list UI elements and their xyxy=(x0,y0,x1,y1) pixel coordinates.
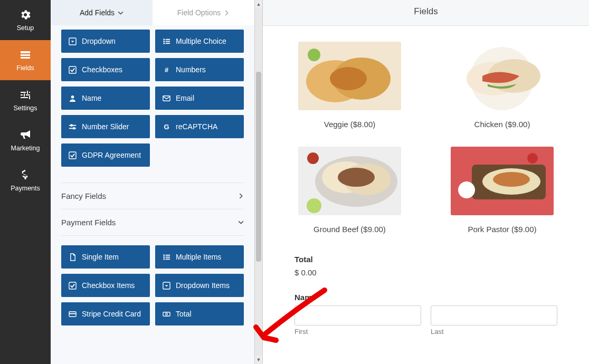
field-label: Email xyxy=(176,94,194,102)
svg-point-11 xyxy=(70,124,73,127)
chevron-down-icon xyxy=(118,10,124,16)
svg-point-26 xyxy=(166,313,168,315)
field-recaptcha[interactable]: GreCAPTCHA xyxy=(155,115,244,138)
field-label: Number Slider xyxy=(82,122,129,131)
section-label: Fancy Fields xyxy=(61,191,106,200)
food-item-pork-pastor[interactable]: Pork Pastor ($9.00) xyxy=(447,147,557,234)
field-label: Dropdown xyxy=(82,37,116,45)
caret-down-icon xyxy=(163,282,170,290)
list-icon xyxy=(163,37,170,45)
nav-label: Payments xyxy=(11,185,40,192)
mail-icon xyxy=(163,94,170,102)
food-label: Veggie ($8.00) xyxy=(324,120,376,129)
field-total[interactable]: Total xyxy=(155,302,244,325)
svg-point-48 xyxy=(458,181,475,198)
check-icon xyxy=(69,282,77,290)
field-stripe-card[interactable]: Stripe Credit Card xyxy=(61,302,150,325)
total-value: $ 0.00 xyxy=(294,268,557,277)
section-payment-fields[interactable]: Payment Fields xyxy=(61,209,244,236)
field-label: Multiple Items xyxy=(176,253,221,261)
field-numbers[interactable]: #Numbers xyxy=(155,58,244,81)
scroll-down-button[interactable]: ▼ xyxy=(255,356,262,364)
tab-label: Field Options xyxy=(177,8,221,17)
svg-point-8 xyxy=(71,95,74,98)
scroll-up-button[interactable]: ▲ xyxy=(255,0,262,8)
doc-icon xyxy=(69,253,77,261)
first-name-input[interactable] xyxy=(294,305,421,325)
svg-point-1 xyxy=(163,39,165,40)
field-checkbox-items[interactable]: Checkbox Items xyxy=(61,274,150,297)
svg-rect-14 xyxy=(69,151,76,158)
chevron-right-icon xyxy=(238,193,244,199)
scroll-thumb[interactable] xyxy=(256,72,261,262)
field-gdpr[interactable]: GDPR Agreement xyxy=(61,143,150,167)
list-icon xyxy=(163,253,170,261)
preview-title: Fields xyxy=(263,0,589,26)
field-label: Total xyxy=(176,310,192,318)
food-label: Ground Beef ($9.00) xyxy=(314,225,386,234)
svg-rect-7 xyxy=(69,66,76,73)
user-icon xyxy=(69,94,77,102)
section-fancy-fields[interactable]: Fancy Fields xyxy=(61,183,244,209)
field-checkboxes[interactable]: Checkboxes xyxy=(61,58,150,81)
name-block[interactable]: Name* First Last xyxy=(294,293,557,336)
field-multiple-items[interactable]: Multiple Items xyxy=(155,245,244,269)
svg-rect-18 xyxy=(166,256,170,257)
check-icon xyxy=(69,66,77,74)
dollar-icon xyxy=(19,169,32,181)
svg-rect-2 xyxy=(166,39,170,40)
nav-item-settings[interactable]: Settings xyxy=(0,80,51,120)
section-label: Payment Fields xyxy=(61,218,116,227)
tab-add-fields[interactable]: Add Fields xyxy=(51,0,153,25)
panel-scroll: Dropdown Multiple Choice Checkboxes #Num… xyxy=(51,25,254,364)
nav-item-fields[interactable]: Fields xyxy=(0,40,51,80)
caret-down-icon xyxy=(69,37,77,45)
tab-field-options[interactable]: Field Options xyxy=(153,0,254,25)
last-name-input[interactable] xyxy=(431,305,557,325)
food-item-chicken[interactable]: Chicken ($9.00) xyxy=(447,42,557,129)
svg-rect-25 xyxy=(163,312,170,316)
field-label: reCAPTCHA xyxy=(176,122,217,131)
nav-label: Settings xyxy=(13,104,37,112)
field-email[interactable]: Email xyxy=(155,87,244,110)
food-item-veggie[interactable]: Veggie ($8.00) xyxy=(294,42,405,129)
svg-point-30 xyxy=(330,67,367,90)
nav-item-payments[interactable]: Payments xyxy=(0,160,51,200)
food-item-ground-beef[interactable]: Ground Beef ($9.00) xyxy=(294,147,405,234)
scroll-track[interactable] xyxy=(255,8,262,356)
food-label: Chicken ($9.00) xyxy=(474,120,530,129)
tab-label: Add Fields xyxy=(80,8,115,17)
field-dropdown-items[interactable]: Dropdown Items xyxy=(155,274,244,297)
first-sublabel: First xyxy=(294,328,421,336)
field-single-item[interactable]: Single Item xyxy=(61,245,150,269)
panel-scrollbar[interactable]: ▲ ▼ xyxy=(254,0,263,364)
food-image xyxy=(298,147,401,215)
svg-point-13 xyxy=(73,127,75,129)
svg-rect-6 xyxy=(166,43,170,44)
nav-label: Marketing xyxy=(11,145,40,152)
nav-item-marketing[interactable]: Marketing xyxy=(0,120,51,160)
svg-rect-4 xyxy=(166,41,170,42)
svg-point-15 xyxy=(163,254,165,256)
svg-point-49 xyxy=(527,153,538,164)
field-label: Checkbox Items xyxy=(82,281,135,290)
field-name[interactable]: Name xyxy=(61,87,150,110)
nav-item-setup[interactable]: Setup xyxy=(0,0,51,40)
nav-label: Fields xyxy=(16,64,34,72)
svg-point-47 xyxy=(493,172,530,187)
fields-icon xyxy=(19,49,32,61)
field-label: Stripe Credit Card xyxy=(82,310,141,318)
field-label: Numbers xyxy=(176,65,206,74)
svg-rect-24 xyxy=(69,313,76,314)
total-block[interactable]: Total $ 0.00 xyxy=(294,255,557,277)
nav-label: Setup xyxy=(17,24,34,32)
field-number-slider[interactable]: Number Slider xyxy=(61,115,150,138)
field-multiple-choice[interactable]: Multiple Choice xyxy=(155,30,244,53)
name-label: Name xyxy=(294,293,316,302)
food-label: Pork Pastor ($9.00) xyxy=(468,225,536,234)
preview-body: Veggie ($8.00) Chicken ($9.00) xyxy=(263,26,589,364)
check-icon xyxy=(69,151,77,159)
food-image xyxy=(298,42,401,110)
chevron-right-icon xyxy=(224,10,230,16)
field-dropdown[interactable]: Dropdown xyxy=(61,30,150,53)
